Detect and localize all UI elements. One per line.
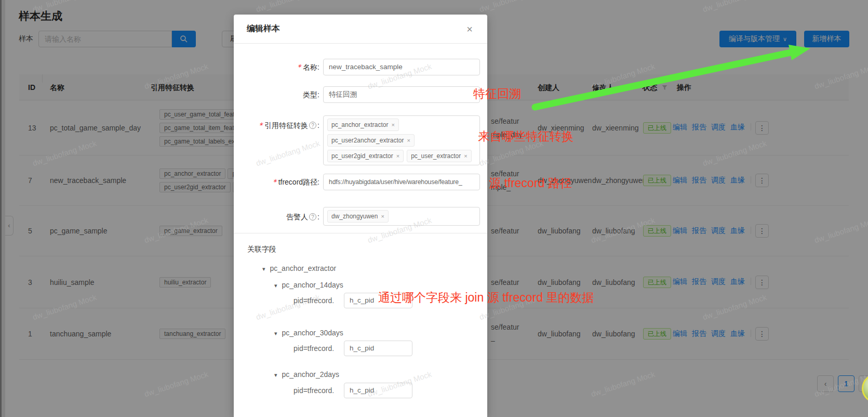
name-input[interactable]: new_traceback_sample — [323, 59, 480, 75]
tag-close-icon[interactable]: × — [391, 122, 394, 128]
selected-tag: pc_user2anchor_extractor× — [327, 134, 415, 147]
app-window: ‹ 样本生成 样本 请输入名称 刷 新 编译与版本管理∨ 新增样本 ID 名称 … — [0, 0, 868, 417]
selected-tag: pc_user_extractor× — [407, 150, 471, 162]
join-field-label: pid=tfrecord. — [293, 341, 334, 356]
join-field-label: pid=tfrecord. — [293, 293, 334, 308]
edit-sample-modal: 编辑样本 × *名称: new_traceback_sample 类型: 特征回… — [234, 15, 487, 417]
tfrecord-path-input[interactable]: hdfs://huyabigdata/user/hive/warehouse/f… — [323, 174, 480, 190]
tree-node: ▾pc_anchor_2days — [274, 370, 339, 379]
selected-tag: pc_anchor_extractor× — [327, 119, 399, 131]
tree-caret-icon[interactable]: ▾ — [274, 372, 277, 378]
tree-caret-icon[interactable]: ▾ — [262, 266, 265, 272]
help-icon: ? — [309, 122, 316, 129]
tag-close-icon[interactable]: × — [396, 153, 399, 159]
required-mark: * — [297, 63, 301, 71]
name-field-label: *名称: — [216, 59, 319, 75]
alert-user-multiselect[interactable]: dw_zhongyuwen× — [323, 207, 480, 226]
help-icon: ? — [309, 213, 316, 220]
join-field-input[interactable]: h_c_pid — [344, 293, 412, 308]
tree-caret-icon[interactable]: ▾ — [274, 330, 277, 336]
type-input[interactable]: 特征回溯 — [323, 86, 480, 103]
tree-node: ▾pc_anchor_30days — [274, 329, 343, 337]
tfrecord-field-label: *tfrecord路径: — [216, 174, 319, 190]
extractor-field-label: *引用特征转换?: — [216, 115, 319, 135]
tag-close-icon[interactable]: × — [381, 213, 384, 219]
tag-close-icon[interactable]: × — [407, 137, 410, 144]
extractor-multiselect[interactable]: pc_anchor_extractor×pc_user2anchor_extra… — [323, 115, 480, 165]
join-field-input[interactable]: h_c_pid — [344, 383, 412, 398]
selected-tag: dw_zhongyuwen× — [327, 210, 389, 223]
tree-node-root: ▾pc_anchor_extractor — [262, 264, 336, 272]
related-fields-section-title: 关联字段 — [247, 245, 276, 254]
tree-caret-icon[interactable]: ▾ — [274, 282, 277, 289]
tag-close-icon[interactable]: × — [464, 153, 467, 159]
join-field-input[interactable]: h_c_pid — [344, 341, 412, 356]
tree-node: ▾pc_anchor_14days — [274, 281, 343, 289]
alert-field-label: 告警人?: — [216, 207, 319, 227]
close-icon[interactable]: × — [462, 22, 477, 36]
join-field-label: pid=tfrecord. — [293, 383, 334, 398]
type-field-label: 类型: — [216, 86, 319, 103]
modal-title: 编辑样本 — [247, 23, 280, 34]
selected-tag: pc_user2gid_extractor× — [327, 150, 404, 162]
